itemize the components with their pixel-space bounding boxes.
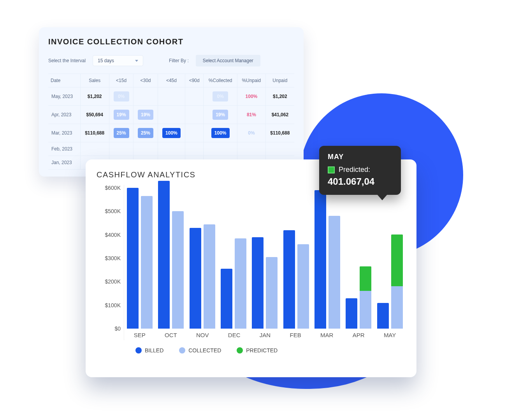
- bar-collected[interactable]: [204, 224, 215, 329]
- y-tick: $300K: [105, 255, 121, 261]
- x-tick: NOV: [196, 332, 209, 338]
- account-manager-select[interactable]: Select Account Manager: [196, 55, 260, 66]
- bar-billed[interactable]: [190, 228, 201, 329]
- col-lt15: <15d: [109, 74, 133, 88]
- bar-group: [283, 188, 309, 329]
- filter-by-label: Filter By :: [169, 58, 189, 63]
- bar-group: [314, 188, 340, 329]
- x-axis-labels: SEPOCTNOVDECJANFEBMARAPRMAY: [124, 329, 406, 340]
- bar-billed[interactable]: [127, 188, 139, 329]
- legend-predicted: PREDICTED: [237, 347, 278, 354]
- legend-collected: COLLECTED: [179, 347, 221, 354]
- bar-billed[interactable]: [377, 303, 389, 329]
- bar-group: [190, 188, 215, 329]
- interval-label: Select the Interval: [48, 58, 86, 63]
- legend-dot-icon: [179, 347, 185, 354]
- table-header-row: Date Sales <15d <30d <45d <90d %Collecte…: [48, 74, 294, 88]
- col-lt30: <30d: [134, 74, 158, 88]
- legend-dot-icon: [135, 347, 142, 354]
- bar-billed[interactable]: [252, 237, 264, 329]
- legend-dot-icon: [237, 347, 243, 354]
- bar-group: [158, 188, 184, 329]
- invoice-title: INVOICE COLLECTION COHORT: [48, 37, 294, 46]
- bar-collected[interactable]: [329, 216, 340, 329]
- chart-legend: BILLED COLLECTED PREDICTED: [97, 340, 406, 354]
- table-row: May, 2023$1,2020%0%100%$1,202: [48, 88, 294, 106]
- legend-billed: BILLED: [135, 347, 163, 354]
- bar-collected[interactable]: [172, 211, 184, 329]
- chevron-down-icon: [135, 60, 138, 62]
- y-tick: $200K: [105, 278, 121, 285]
- predicted-swatch-icon: [328, 166, 335, 173]
- x-tick: MAY: [384, 332, 396, 338]
- invoice-filter-row: Select the Interval 15 days Filter By : …: [48, 55, 294, 66]
- x-tick: JAN: [260, 332, 271, 338]
- bar-collected[interactable]: [360, 266, 371, 329]
- bar-group: [377, 188, 403, 329]
- bar-collected[interactable]: [266, 257, 278, 329]
- chart-tooltip: MAY Predicted: 401.067,04: [319, 146, 401, 195]
- bar-collected[interactable]: [297, 244, 309, 329]
- x-tick: SEP: [134, 332, 146, 338]
- bar-billed[interactable]: [314, 190, 326, 329]
- bar-billed[interactable]: [221, 269, 232, 329]
- x-tick: MAR: [320, 332, 333, 338]
- bar-group: [252, 188, 278, 329]
- bar-group: [346, 188, 371, 329]
- bar-billed[interactable]: [346, 298, 357, 329]
- x-tick: FEB: [290, 332, 301, 338]
- bar-group: [127, 188, 153, 329]
- bar-predicted[interactable]: [391, 234, 403, 286]
- bar-collected[interactable]: [391, 234, 403, 329]
- y-tick: $0: [114, 326, 121, 332]
- x-tick: APR: [353, 332, 365, 338]
- bar-billed[interactable]: [158, 181, 170, 329]
- bar-collected[interactable]: [235, 238, 246, 329]
- col-lt45: <45d: [158, 74, 185, 88]
- x-tick: DEC: [228, 332, 241, 338]
- y-tick: $400K: [105, 232, 121, 238]
- plot-area: SEPOCTNOVDECJANFEBMARAPRMAY: [124, 185, 406, 340]
- bar-collected[interactable]: [141, 196, 153, 329]
- table-row: Mar, 2023$110,68825%25%100%100%0%$110,68…: [48, 124, 294, 142]
- cashflow-chart: $600K$500K$400K$300K$200K$100K$0 SEPOCTN…: [97, 185, 406, 340]
- tooltip-pointer-icon: [377, 194, 388, 200]
- invoice-cohort-card: INVOICE COLLECTION COHORT Select the Int…: [39, 27, 304, 177]
- y-tick: $600K: [105, 185, 121, 191]
- table-row: Apr, 2023$50,69419%19%19%81%$41,062: [48, 106, 294, 124]
- table-row: Feb, 2023: [48, 142, 294, 156]
- tooltip-label: Predicted:: [339, 166, 370, 174]
- bar-group: [221, 188, 246, 329]
- y-tick: $100K: [105, 302, 121, 308]
- tooltip-month: MAY: [328, 153, 392, 161]
- x-tick: OCT: [165, 332, 177, 338]
- bar-billed[interactable]: [283, 230, 295, 329]
- col-lt90: <90d: [185, 74, 204, 88]
- interval-dropdown[interactable]: 15 days: [93, 55, 143, 66]
- col-unpaid: Unpaid: [265, 74, 294, 88]
- col-pct-unpaid: %Unpaid: [237, 74, 266, 88]
- interval-value: 15 days: [98, 58, 114, 63]
- cohort-table: Date Sales <15d <30d <45d <90d %Collecte…: [48, 74, 294, 170]
- col-date: Date: [48, 74, 80, 88]
- col-pct-collected: %Collected: [204, 74, 237, 88]
- bar-predicted[interactable]: [360, 266, 371, 291]
- y-axis: $600K$500K$400K$300K$200K$100K$0: [97, 185, 124, 340]
- tooltip-value: 401.067,04: [328, 176, 392, 187]
- y-tick: $500K: [105, 208, 121, 214]
- col-sales: Sales: [80, 74, 109, 88]
